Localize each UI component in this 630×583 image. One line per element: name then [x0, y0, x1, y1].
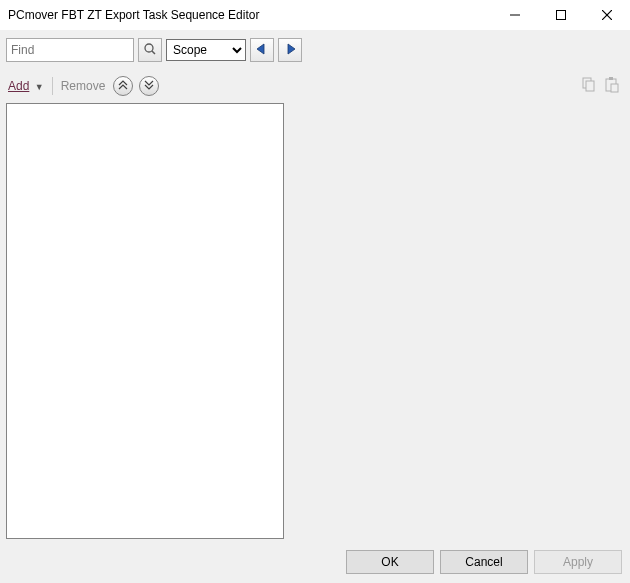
edit-toolbar: Add ▼ Remove [0, 67, 630, 101]
maximize-button[interactable] [538, 0, 584, 30]
add-label: Add [8, 79, 29, 93]
svg-rect-12 [611, 84, 618, 92]
find-toolbar: Scope [0, 30, 630, 67]
paste-icon [604, 82, 620, 96]
move-up-button[interactable] [113, 76, 133, 96]
find-button[interactable] [138, 38, 162, 62]
window: PCmover FBT ZT Export Task Sequence Edit… [0, 0, 630, 583]
add-menu-button[interactable]: Add ▼ [6, 77, 46, 95]
window-controls [492, 0, 630, 30]
svg-rect-1 [557, 11, 566, 20]
copy-button[interactable] [580, 77, 596, 96]
apply-button: Apply [534, 550, 622, 574]
chevron-down-icon: ▼ [35, 82, 44, 92]
minimize-button[interactable] [492, 0, 538, 30]
sequence-tree[interactable] [6, 103, 284, 539]
copy-icon [580, 82, 596, 96]
svg-rect-9 [586, 81, 594, 91]
window-title: PCmover FBT ZT Export Task Sequence Edit… [8, 8, 492, 22]
move-down-button[interactable] [139, 76, 159, 96]
close-button[interactable] [584, 0, 630, 30]
paste-button[interactable] [604, 77, 620, 96]
arrow-right-icon [283, 42, 297, 59]
svg-point-4 [145, 44, 153, 52]
maximize-icon [556, 10, 566, 20]
dialog-button-bar: OK Cancel Apply [0, 545, 630, 583]
close-icon [602, 10, 612, 20]
main-area [0, 101, 630, 545]
separator [52, 77, 53, 95]
search-icon [143, 42, 157, 59]
svg-line-5 [152, 51, 155, 54]
svg-marker-7 [288, 44, 295, 54]
cancel-button[interactable]: Cancel [440, 550, 528, 574]
find-input[interactable] [6, 38, 134, 62]
svg-marker-6 [257, 44, 264, 54]
remove-button[interactable]: Remove [59, 77, 108, 95]
chevron-up-double-icon [118, 79, 128, 93]
title-bar: PCmover FBT ZT Export Task Sequence Edit… [0, 0, 630, 30]
find-next-button[interactable] [278, 38, 302, 62]
ok-button[interactable]: OK [346, 550, 434, 574]
minimize-icon [510, 10, 520, 20]
find-previous-button[interactable] [250, 38, 274, 62]
scope-select[interactable]: Scope [166, 39, 246, 61]
chevron-down-double-icon [144, 79, 154, 93]
svg-rect-11 [609, 77, 613, 80]
arrow-left-icon [255, 42, 269, 59]
